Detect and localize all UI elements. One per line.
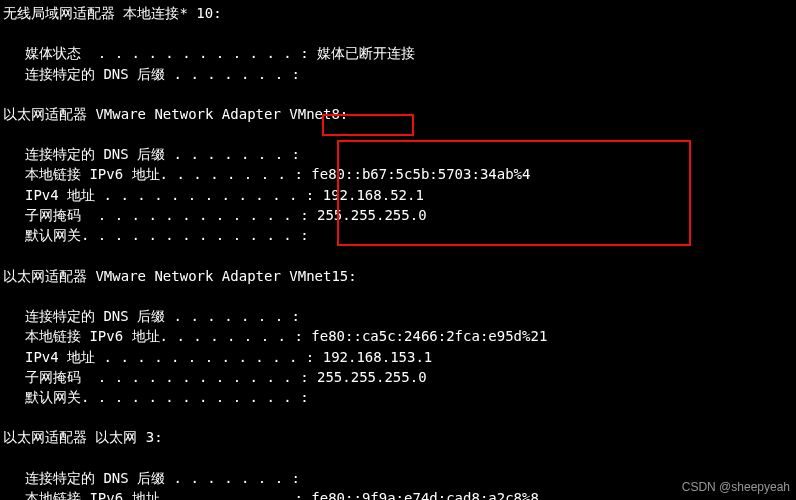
property-row: 本地链接 IPv6 地址. . . . . . . . : fe80::ca5c…: [3, 326, 796, 346]
adapter-title: 以太网适配器 VMware Network Adapter VMnet15:: [3, 266, 796, 286]
property-value: 192.168.52.1: [314, 187, 424, 203]
blank-line: [3, 84, 796, 104]
terminal-output: 无线局域网适配器 本地连接* 10:媒体状态 . . . . . . . . .…: [3, 3, 796, 500]
property-label: IPv4 地址 . . . . . . . . . . . . :: [25, 187, 314, 203]
property-value: 255.255.255.0: [309, 207, 427, 223]
watermark: CSDN @sheepyeah: [682, 479, 790, 496]
blank-line: [3, 286, 796, 306]
property-label: 连接特定的 DNS 后缀 . . . . . . . :: [25, 66, 300, 82]
blank-line: [3, 448, 796, 468]
blank-line: [3, 23, 796, 43]
property-value: fe80::b67:5c5b:5703:34ab%4: [303, 166, 531, 182]
property-value: fe80::ca5c:2466:2fca:e95d%21: [303, 328, 547, 344]
property-row: 媒体状态 . . . . . . . . . . . . : 媒体已断开连接: [3, 43, 796, 63]
property-row: 连接特定的 DNS 后缀 . . . . . . . :: [3, 306, 796, 326]
property-row: 连接特定的 DNS 后缀 . . . . . . . :: [3, 468, 796, 488]
property-label: 连接特定的 DNS 后缀 . . . . . . . :: [25, 470, 300, 486]
property-row: 连接特定的 DNS 后缀 . . . . . . . :: [3, 64, 796, 84]
property-row: 本地链接 IPv6 地址. . . . . . . . : fe80::9f9a…: [3, 488, 796, 500]
property-row: IPv4 地址 . . . . . . . . . . . . : 192.16…: [3, 185, 796, 205]
adapter-title: 以太网适配器 VMware Network Adapter VMnet8:: [3, 104, 796, 124]
property-label: IPv4 地址 . . . . . . . . . . . . :: [25, 349, 314, 365]
property-label: 子网掩码 . . . . . . . . . . . . :: [25, 207, 309, 223]
property-label: 连接特定的 DNS 后缀 . . . . . . . :: [25, 146, 300, 162]
property-label: 连接特定的 DNS 后缀 . . . . . . . :: [25, 308, 300, 324]
property-row: 默认网关. . . . . . . . . . . . . :: [3, 387, 796, 407]
blank-line: [3, 407, 796, 427]
property-label: 媒体状态 . . . . . . . . . . . . :: [25, 45, 309, 61]
property-row: 子网掩码 . . . . . . . . . . . . : 255.255.2…: [3, 205, 796, 225]
property-row: 默认网关. . . . . . . . . . . . . :: [3, 225, 796, 245]
property-label: 本地链接 IPv6 地址. . . . . . . . :: [25, 490, 303, 500]
property-row: 本地链接 IPv6 地址. . . . . . . . : fe80::b67:…: [3, 164, 796, 184]
blank-line: [3, 246, 796, 266]
property-value: 255.255.255.0: [309, 369, 427, 385]
property-value: 192.168.153.1: [314, 349, 432, 365]
property-value: 媒体已断开连接: [309, 45, 415, 61]
property-label: 默认网关. . . . . . . . . . . . . :: [25, 389, 309, 405]
property-label: 默认网关. . . . . . . . . . . . . :: [25, 227, 309, 243]
adapter-title: 无线局域网适配器 本地连接* 10:: [3, 3, 796, 23]
property-label: 本地链接 IPv6 地址. . . . . . . . :: [25, 328, 303, 344]
property-row: IPv4 地址 . . . . . . . . . . . . : 192.16…: [3, 347, 796, 367]
property-row: 连接特定的 DNS 后缀 . . . . . . . :: [3, 144, 796, 164]
property-label: 子网掩码 . . . . . . . . . . . . :: [25, 369, 309, 385]
adapter-title: 以太网适配器 以太网 3:: [3, 427, 796, 447]
property-value: fe80::9f9a:e74d:cad8:a2c8%8: [303, 490, 539, 500]
property-row: 子网掩码 . . . . . . . . . . . . : 255.255.2…: [3, 367, 796, 387]
property-label: 本地链接 IPv6 地址. . . . . . . . :: [25, 166, 303, 182]
blank-line: [3, 124, 796, 144]
